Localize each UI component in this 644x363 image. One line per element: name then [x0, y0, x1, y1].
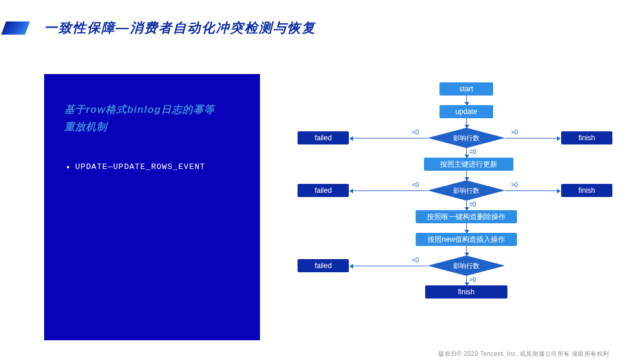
arrow [505, 190, 560, 191]
node-failed-2: failed [298, 184, 349, 197]
node-failed-3: failed [298, 259, 349, 272]
decision-2-label: 影响行数 [453, 186, 479, 195]
left-panel: 基于row格式binlog日志的幂等 重放机制 UPDATE—UPDATE_RO… [44, 74, 260, 340]
node-uk-delete: 按照唯一键构造删除操作 [416, 210, 517, 223]
slide: 一致性保障—消费者自动化冲突检测与恢复 基于row格式binlog日志的幂等 重… [0, 0, 644, 363]
arrow [466, 118, 467, 128]
cond-gt0-2: >0 [511, 182, 518, 188]
node-finish-1: finish [561, 131, 612, 144]
node-finish-final: finish [425, 285, 507, 299]
cond-lt0-2: <0 [412, 182, 419, 188]
node-update: update [439, 105, 493, 118]
decision-2: 影响行数 [428, 180, 505, 201]
title-accent [1, 21, 30, 35]
node-finish-2: finish [561, 184, 612, 197]
arrow [466, 148, 467, 158]
flowchart: start update 影响行数 <0 failed >0 finish =0… [277, 74, 624, 340]
arrow [466, 246, 467, 256]
node-pk-update: 按照主键进行更新 [424, 158, 513, 171]
cond-lt0-3: <0 [412, 257, 419, 263]
panel-bullet-1: UPDATE—UPDATE_ROWS_EVENT [75, 162, 242, 171]
node-start: start [439, 82, 493, 96]
title-bar: 一致性保障—消费者自动化冲突检测与恢复 [0, 19, 316, 37]
decision-1-label: 影响行数 [453, 134, 479, 143]
arrow [350, 190, 428, 191]
node-failed-1: failed [298, 131, 349, 144]
panel-heading-line1: 基于row格式binlog日志的幂等 [64, 104, 215, 115]
cond-gt0-1: >0 [511, 129, 518, 136]
footer-copyright: 版权归© 2020 Tencent, Inc. 或其附属公司所有 保留所有权利 [438, 350, 609, 358]
arrow [505, 138, 560, 139]
cond-gt0-3: >0 [469, 276, 476, 283]
cond-lt0-1: <0 [412, 129, 419, 136]
arrow [350, 266, 428, 266]
arrow [466, 96, 467, 105]
arrow [466, 171, 467, 180]
decision-3-label: 影响行数 [453, 262, 479, 270]
cond-eq0-2: =0 [469, 201, 476, 208]
decision-1: 影响行数 [428, 128, 505, 148]
cond-eq0-1: =0 [469, 149, 476, 155]
arrow [466, 223, 467, 233]
decision-3: 影响行数 [428, 256, 505, 276]
arrow [466, 276, 467, 285]
panel-bullets: UPDATE—UPDATE_ROWS_EVENT [64, 162, 242, 171]
panel-heading-line2: 重放机制 [64, 121, 107, 133]
arrow [350, 138, 428, 139]
arrow [466, 201, 467, 210]
node-new-insert: 按照new值构造插入操作 [416, 233, 517, 246]
panel-heading: 基于row格式binlog日志的幂等 重放机制 [64, 101, 242, 136]
slide-title: 一致性保障—消费者自动化冲突检测与恢复 [44, 19, 316, 37]
